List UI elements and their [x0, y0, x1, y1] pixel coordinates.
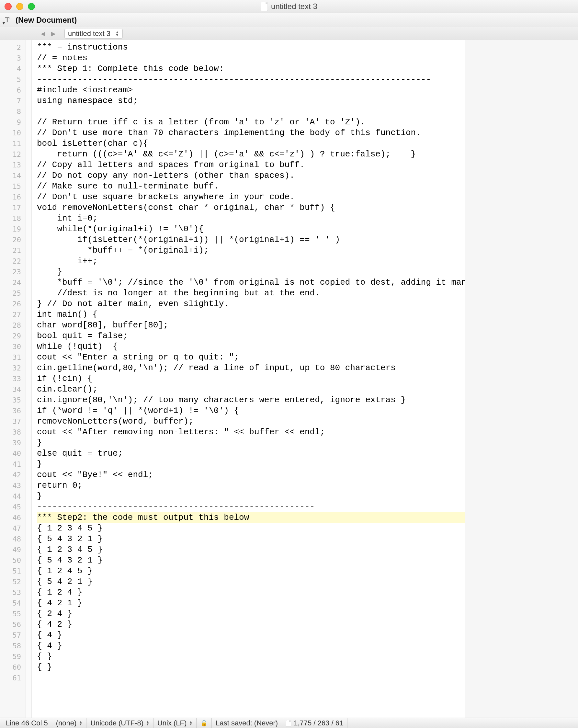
code-line[interactable]: *buff = '\0'; //since the '\0' from orig… [37, 277, 465, 288]
code-line[interactable]: return (((c>='A' && c<='Z') || (c>='a' &… [37, 149, 465, 160]
code-line[interactable]: *** Step 1: Complete this code below: [37, 63, 465, 74]
code-line[interactable]: { 2 4 } [37, 608, 465, 619]
code-line[interactable]: void removeNonLetters(const char * origi… [37, 202, 465, 213]
cursor-position: Line 46 Col 5 [2, 718, 52, 728]
code-line[interactable]: bool isLetter(char c){ [37, 138, 465, 149]
line-number: 38 [0, 427, 26, 438]
code-line[interactable]: { 4 2 1 } [37, 598, 465, 608]
code-line[interactable]: #include <iostream> [37, 85, 465, 96]
code-line[interactable]: { 1 2 3 4 5 } [37, 523, 465, 534]
code-line[interactable]: ----------------------------------------… [37, 74, 465, 85]
code-line[interactable] [37, 673, 465, 683]
line-number: 44 [0, 491, 26, 502]
language-label: (none) [56, 719, 77, 727]
code-line[interactable]: cin.getline(word,80,'\n'); // read a lin… [37, 363, 465, 373]
code-line[interactable]: // = notes [37, 53, 465, 63]
code-line[interactable]: cin.ignore(80,'\n'); // too many charact… [37, 395, 465, 406]
stepper-icon: ▲▼ [115, 31, 119, 36]
code-line[interactable]: int i=0; [37, 213, 465, 224]
close-window-button[interactable] [4, 3, 12, 10]
stepper-icon: ▲▼ [189, 721, 192, 726]
code-line[interactable] [37, 106, 465, 117]
minimize-window-button[interactable] [16, 3, 23, 10]
code-line[interactable]: return 0; [37, 480, 465, 491]
traffic-lights [4, 3, 35, 10]
code-line[interactable]: //dest is no longer at the beginning but… [37, 288, 465, 298]
code-line[interactable]: char word[80], buffer[80]; [37, 320, 465, 331]
code-line[interactable]: using namespace std; [37, 96, 465, 106]
document-tab-select[interactable]: untitled text 3 ▲▼ [64, 29, 123, 38]
code-line[interactable]: { 4 } [37, 630, 465, 641]
document-icon [286, 720, 291, 726]
code-line[interactable]: if(isLetter(*(original+i)) || *(original… [37, 234, 465, 245]
lock-toggle[interactable]: 🔓 [196, 718, 212, 728]
line-number: 36 [0, 406, 26, 416]
code-line[interactable]: } [37, 459, 465, 470]
code-line[interactable]: { } [37, 662, 465, 673]
status-bar: Line 46 Col 5 (none) ▲▼ Unicode (UTF-8) … [0, 718, 578, 728]
code-line[interactable]: int main() { [37, 309, 465, 320]
last-saved: Last saved: (Never) [212, 718, 282, 728]
code-line[interactable]: { 4 } [37, 641, 465, 651]
code-line[interactable]: } // Do not alter main, even slightly. [37, 298, 465, 309]
code-line[interactable]: *** = instructions [37, 42, 465, 53]
code-line[interactable]: cout << "After removing non-letters: " <… [37, 427, 465, 438]
code-line[interactable]: // Do not copy any non-letters (other th… [37, 170, 465, 181]
language-select[interactable]: (none) ▲▼ [52, 718, 87, 728]
right-margin [465, 40, 578, 718]
line-number: 45 [0, 502, 26, 512]
code-line[interactable]: // Don't use more than 70 characters imp… [37, 128, 465, 138]
document-status-label: (New Document) [16, 16, 77, 25]
code-line[interactable]: { 1 2 3 4 5 } [37, 544, 465, 555]
nav-forward-button[interactable]: ▶ [49, 29, 58, 38]
code-line[interactable]: cin.clear(); [37, 384, 465, 395]
window-titlebar: untitled text 3 [0, 0, 578, 13]
tab-bar: ◀ ▶ untitled text 3 ▲▼ [0, 27, 578, 40]
code-line[interactable]: if (*word != 'q' || *(word+1) != '\0') { [37, 406, 465, 416]
line-number: 33 [0, 373, 26, 384]
code-line[interactable]: bool quit = false; [37, 331, 465, 341]
line-number: 54 [0, 598, 26, 608]
code-line[interactable]: // Copy all letters and spaces from orig… [37, 160, 465, 170]
code-line[interactable]: while (!quit) { [37, 341, 465, 352]
code-line[interactable]: removeNonLetters(word, buffer); [37, 416, 465, 427]
line-number: 52 [0, 576, 26, 587]
code-line[interactable]: } [37, 438, 465, 448]
code-line[interactable]: { 4 2 } [37, 619, 465, 630]
line-number: 11 [0, 138, 26, 149]
line-number: 40 [0, 448, 26, 459]
code-line[interactable]: *** Step2: the code must output this bel… [37, 512, 465, 523]
code-line[interactable]: while(*(original+i) != '\0'){ [37, 224, 465, 234]
code-area[interactable]: *** = instructions// = notes*** Step 1: … [32, 40, 465, 718]
code-line[interactable]: cout << "Enter a string or q to quit: "; [37, 352, 465, 363]
code-line[interactable]: *buff++ = *(original+i); [37, 245, 465, 256]
nav-back-button[interactable]: ◀ [39, 29, 47, 38]
code-line[interactable]: i++; [37, 256, 465, 266]
last-saved-text: Last saved: (Never) [216, 719, 278, 727]
code-line[interactable]: if (!cin) { [37, 373, 465, 384]
code-line[interactable]: } [37, 266, 465, 277]
code-line[interactable]: { 1 2 4 } [37, 587, 465, 598]
toolbar: T▾ (New Document) [0, 13, 578, 27]
code-line[interactable]: { 5 4 3 2 1 } [37, 555, 465, 566]
code-line[interactable]: // Return true iff c is a letter (from '… [37, 117, 465, 128]
code-line[interactable]: ----------------------------------------… [37, 502, 465, 512]
code-line[interactable]: { 5 4 2 1 } [37, 576, 465, 587]
code-line[interactable]: else quit = true; [37, 448, 465, 459]
line-number: 57 [0, 630, 26, 641]
code-line[interactable]: cout << "Bye!" << endl; [37, 470, 465, 480]
line-number: 22 [0, 256, 26, 266]
code-line[interactable]: // Don't use square brackets anywhere in… [37, 192, 465, 202]
code-line[interactable]: // Make sure to null-terminate buff. [37, 181, 465, 192]
line-number: 48 [0, 534, 26, 544]
line-number: 56 [0, 619, 26, 630]
code-line[interactable]: { 5 4 3 2 1 } [37, 534, 465, 544]
line-endings-select[interactable]: Unix (LF) ▲▼ [154, 718, 196, 728]
code-line[interactable]: { } [37, 651, 465, 662]
maximize-window-button[interactable] [28, 3, 35, 10]
code-line[interactable]: } [37, 491, 465, 502]
code-line[interactable]: { 1 2 4 5 } [37, 566, 465, 576]
text-tool-icon[interactable]: T▾ [3, 16, 12, 25]
encoding-select[interactable]: Unicode (UTF-8) ▲▼ [86, 718, 154, 728]
line-number: 10 [0, 128, 26, 138]
